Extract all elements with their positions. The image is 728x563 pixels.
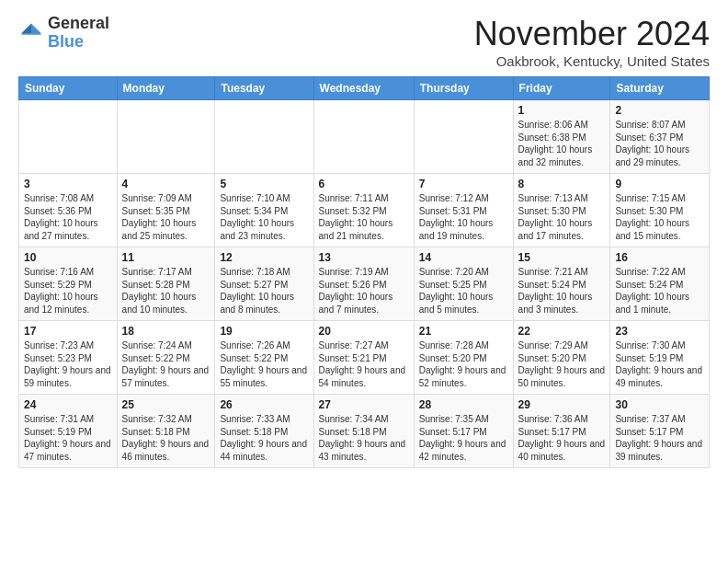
day-info: Sunrise: 7:20 AMSunset: 5:25 PMDaylight:… bbox=[419, 266, 508, 316]
logo-general-text: General bbox=[48, 14, 109, 32]
calendar-cell: 6Sunrise: 7:11 AMSunset: 5:32 PMDaylight… bbox=[313, 174, 414, 247]
calendar-cell: 30Sunrise: 7:37 AMSunset: 5:17 PMDayligh… bbox=[610, 395, 710, 468]
calendar-cell: 11Sunrise: 7:17 AMSunset: 5:28 PMDayligh… bbox=[117, 247, 215, 321]
day-info: Sunrise: 7:26 AMSunset: 5:22 PMDaylight:… bbox=[220, 339, 308, 389]
calendar-cell bbox=[313, 100, 414, 174]
calendar-cell bbox=[414, 100, 513, 174]
calendar-cell: 27Sunrise: 7:34 AMSunset: 5:18 PMDayligh… bbox=[313, 395, 414, 468]
calendar-cell: 14Sunrise: 7:20 AMSunset: 5:25 PMDayligh… bbox=[414, 247, 513, 321]
location: Oakbrook, Kentucky, United States bbox=[474, 53, 710, 69]
day-info: Sunrise: 7:09 AMSunset: 5:35 PMDaylight:… bbox=[122, 192, 210, 242]
day-number: 12 bbox=[220, 251, 308, 264]
day-info: Sunrise: 7:18 AMSunset: 5:27 PMDaylight:… bbox=[220, 266, 308, 316]
calendar-week-5: 24Sunrise: 7:31 AMSunset: 5:19 PMDayligh… bbox=[19, 395, 710, 468]
day-info: Sunrise: 7:10 AMSunset: 5:34 PMDaylight:… bbox=[220, 192, 308, 242]
day-info: Sunrise: 7:31 AMSunset: 5:19 PMDaylight:… bbox=[24, 413, 112, 463]
title-block: November 2024 Oakbrook, Kentucky, United… bbox=[474, 15, 710, 69]
calendar-cell: 4Sunrise: 7:09 AMSunset: 5:35 PMDaylight… bbox=[117, 174, 215, 247]
calendar-cell: 25Sunrise: 7:32 AMSunset: 5:18 PMDayligh… bbox=[117, 395, 215, 468]
calendar-table: SundayMondayTuesdayWednesdayThursdayFrid… bbox=[18, 76, 710, 468]
day-number: 6 bbox=[319, 178, 409, 190]
calendar-header-row: SundayMondayTuesdayWednesdayThursdayFrid… bbox=[19, 77, 710, 100]
day-info: Sunrise: 7:22 AMSunset: 5:24 PMDaylight:… bbox=[615, 266, 704, 316]
calendar-cell: 23Sunrise: 7:30 AMSunset: 5:19 PMDayligh… bbox=[610, 321, 710, 395]
calendar-cell: 13Sunrise: 7:19 AMSunset: 5:26 PMDayligh… bbox=[313, 247, 414, 321]
svg-rect-2 bbox=[22, 33, 41, 35]
day-info: Sunrise: 7:15 AMSunset: 5:30 PMDaylight:… bbox=[615, 192, 704, 242]
svg-marker-0 bbox=[31, 23, 41, 33]
calendar-cell: 10Sunrise: 7:16 AMSunset: 5:29 PMDayligh… bbox=[19, 247, 118, 321]
calendar-cell bbox=[19, 100, 118, 174]
day-number: 2 bbox=[615, 104, 704, 117]
day-number: 13 bbox=[319, 251, 409, 264]
day-number: 23 bbox=[615, 325, 704, 338]
calendar-cell: 19Sunrise: 7:26 AMSunset: 5:22 PMDayligh… bbox=[215, 321, 313, 395]
calendar-cell: 24Sunrise: 7:31 AMSunset: 5:19 PMDayligh… bbox=[19, 395, 118, 468]
day-info: Sunrise: 7:35 AMSunset: 5:17 PMDaylight:… bbox=[419, 413, 508, 463]
day-number: 26 bbox=[220, 398, 308, 411]
day-info: Sunrise: 7:12 AMSunset: 5:31 PMDaylight:… bbox=[419, 192, 508, 242]
calendar-cell: 12Sunrise: 7:18 AMSunset: 5:27 PMDayligh… bbox=[215, 247, 313, 321]
day-info: Sunrise: 8:07 AMSunset: 6:37 PMDaylight:… bbox=[615, 119, 704, 168]
day-info: Sunrise: 7:24 AMSunset: 5:22 PMDaylight:… bbox=[122, 339, 210, 389]
day-number: 1 bbox=[518, 104, 606, 117]
day-info: Sunrise: 7:23 AMSunset: 5:23 PMDaylight:… bbox=[24, 339, 112, 389]
day-info: Sunrise: 7:30 AMSunset: 5:19 PMDaylight:… bbox=[615, 339, 704, 389]
calendar-cell: 5Sunrise: 7:10 AMSunset: 5:34 PMDaylight… bbox=[215, 174, 313, 247]
calendar-week-1: 1Sunrise: 8:06 AMSunset: 6:38 PMDaylight… bbox=[19, 100, 710, 174]
month-title: November 2024 bbox=[474, 15, 710, 53]
calendar-cell: 9Sunrise: 7:15 AMSunset: 5:30 PMDaylight… bbox=[610, 174, 710, 247]
calendar-cell: 15Sunrise: 7:21 AMSunset: 5:24 PMDayligh… bbox=[513, 247, 610, 321]
calendar-cell: 18Sunrise: 7:24 AMSunset: 5:22 PMDayligh… bbox=[117, 321, 215, 395]
day-info: Sunrise: 7:32 AMSunset: 5:18 PMDaylight:… bbox=[122, 413, 210, 463]
calendar-cell: 21Sunrise: 7:28 AMSunset: 5:20 PMDayligh… bbox=[414, 321, 513, 395]
day-info: Sunrise: 7:19 AMSunset: 5:26 PMDaylight:… bbox=[319, 266, 409, 316]
calendar-cell bbox=[215, 100, 313, 174]
calendar-header-thursday: Thursday bbox=[414, 77, 513, 100]
calendar-cell: 29Sunrise: 7:36 AMSunset: 5:17 PMDayligh… bbox=[513, 395, 610, 468]
day-number: 28 bbox=[419, 398, 508, 411]
day-number: 20 bbox=[319, 325, 409, 338]
logo-icon bbox=[18, 20, 44, 46]
day-number: 29 bbox=[518, 398, 606, 411]
calendar-cell: 3Sunrise: 7:08 AMSunset: 5:36 PMDaylight… bbox=[19, 174, 118, 247]
calendar-header-tuesday: Tuesday bbox=[215, 77, 313, 100]
day-info: Sunrise: 7:37 AMSunset: 5:17 PMDaylight:… bbox=[615, 413, 704, 463]
calendar-cell: 26Sunrise: 7:33 AMSunset: 5:18 PMDayligh… bbox=[215, 395, 313, 468]
calendar-header-saturday: Saturday bbox=[610, 77, 710, 100]
day-info: Sunrise: 7:11 AMSunset: 5:32 PMDaylight:… bbox=[319, 192, 409, 242]
calendar-header-wednesday: Wednesday bbox=[313, 77, 414, 100]
day-info: Sunrise: 7:17 AMSunset: 5:28 PMDaylight:… bbox=[122, 266, 210, 316]
calendar-cell: 28Sunrise: 7:35 AMSunset: 5:17 PMDayligh… bbox=[414, 395, 513, 468]
day-number: 18 bbox=[122, 325, 210, 338]
calendar-header-sunday: Sunday bbox=[19, 77, 118, 100]
day-number: 22 bbox=[518, 325, 606, 338]
calendar-cell: 17Sunrise: 7:23 AMSunset: 5:23 PMDayligh… bbox=[19, 321, 118, 395]
day-number: 14 bbox=[419, 251, 508, 264]
day-number: 11 bbox=[122, 251, 210, 264]
day-number: 17 bbox=[24, 325, 112, 338]
page: General Blue November 2024 Oakbrook, Ken… bbox=[0, 0, 728, 477]
day-number: 9 bbox=[615, 178, 704, 190]
day-info: Sunrise: 7:29 AMSunset: 5:20 PMDaylight:… bbox=[518, 339, 606, 389]
day-number: 16 bbox=[615, 251, 704, 264]
calendar-cell: 22Sunrise: 7:29 AMSunset: 5:20 PMDayligh… bbox=[513, 321, 610, 395]
day-number: 19 bbox=[220, 325, 308, 338]
logo: General Blue bbox=[18, 15, 109, 52]
day-info: Sunrise: 8:06 AMSunset: 6:38 PMDaylight:… bbox=[518, 119, 606, 168]
svg-marker-1 bbox=[22, 23, 32, 33]
day-info: Sunrise: 7:36 AMSunset: 5:17 PMDaylight:… bbox=[518, 413, 606, 463]
day-info: Sunrise: 7:16 AMSunset: 5:29 PMDaylight:… bbox=[24, 266, 112, 316]
day-number: 27 bbox=[319, 398, 409, 411]
header: General Blue November 2024 Oakbrook, Ken… bbox=[18, 15, 710, 69]
calendar-week-2: 3Sunrise: 7:08 AMSunset: 5:36 PMDaylight… bbox=[19, 174, 710, 247]
day-number: 7 bbox=[419, 178, 508, 190]
day-info: Sunrise: 7:34 AMSunset: 5:18 PMDaylight:… bbox=[319, 413, 409, 463]
calendar-cell: 20Sunrise: 7:27 AMSunset: 5:21 PMDayligh… bbox=[313, 321, 414, 395]
day-info: Sunrise: 7:28 AMSunset: 5:20 PMDaylight:… bbox=[419, 339, 508, 389]
calendar-cell bbox=[117, 100, 215, 174]
calendar-cell: 8Sunrise: 7:13 AMSunset: 5:30 PMDaylight… bbox=[513, 174, 610, 247]
day-number: 5 bbox=[220, 178, 308, 190]
calendar-cell: 7Sunrise: 7:12 AMSunset: 5:31 PMDaylight… bbox=[414, 174, 513, 247]
day-number: 15 bbox=[518, 251, 606, 264]
